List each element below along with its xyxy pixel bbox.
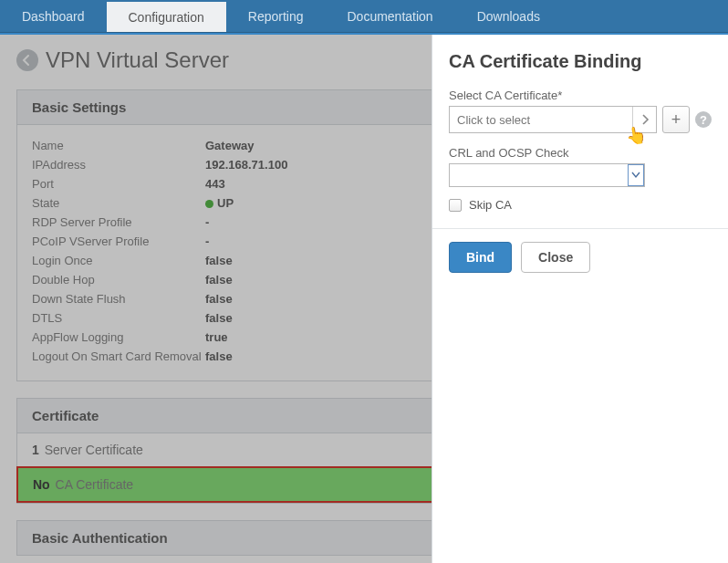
value-ip: 192.168.71.100	[205, 158, 287, 172]
bind-button[interactable]: Bind	[449, 242, 512, 273]
close-button[interactable]: Close	[521, 242, 590, 273]
label-doublehop: Double Hop	[32, 273, 205, 287]
tab-dashboard[interactable]: Dashboard	[0, 0, 107, 32]
value-state: UP	[205, 196, 234, 210]
value-name: Gateway	[205, 139, 254, 152]
crl-label: CRL and OCSP Check	[449, 146, 712, 160]
top-nav: Dashboard Configuration Reporting Docume…	[0, 0, 728, 33]
status-up-icon	[205, 200, 213, 208]
back-icon[interactable]	[16, 49, 38, 71]
label-port: Port	[32, 177, 205, 191]
value-pcoip: -	[205, 235, 209, 248]
divider	[432, 228, 728, 229]
select-ca-certificate[interactable]: Click to select	[449, 106, 657, 133]
value-appflow: true	[205, 330, 228, 344]
label-appflow: AppFlow Logging	[32, 330, 205, 344]
help-icon[interactable]: ?	[695, 111, 712, 128]
label-logoutsc: Logout On Smart Card Removal	[32, 349, 205, 363]
value-downstate: false	[205, 292, 233, 306]
label-rdp: RDP Server Profile	[32, 215, 205, 229]
chevron-down-icon[interactable]	[628, 164, 644, 186]
label-state: State	[32, 196, 205, 210]
page-title: VPN Virtual Server	[46, 47, 229, 73]
skip-ca-checkbox[interactable]	[449, 199, 462, 212]
value-dtls: false	[205, 311, 233, 325]
value-logoutsc: false	[205, 349, 233, 363]
value-loginonce: false	[205, 254, 233, 267]
select-ca-placeholder: Click to select	[450, 113, 632, 127]
skip-ca-label: Skip CA	[469, 198, 512, 212]
label-dtls: DTLS	[32, 311, 205, 325]
tab-reporting[interactable]: Reporting	[226, 0, 326, 32]
crl-ocsp-select[interactable]	[449, 163, 645, 187]
value-port: 443	[205, 177, 225, 191]
label-ip: IPAddress	[32, 158, 205, 172]
tab-documentation[interactable]: Documentation	[325, 0, 454, 32]
flyout-title: CA Certificate Binding	[449, 51, 712, 72]
tab-configuration[interactable]: Configuration	[107, 0, 226, 32]
label-pcoip: PCoIP VServer Profile	[32, 235, 205, 248]
add-ca-button[interactable]: +	[662, 106, 690, 133]
value-doublehop: false	[205, 273, 233, 287]
label-name: Name	[32, 139, 205, 152]
ca-binding-flyout: CA Certificate Binding Select CA Certifi…	[432, 35, 728, 563]
label-downstate: Down State Flush	[32, 292, 205, 306]
value-rdp: -	[205, 215, 209, 229]
select-ca-label: Select CA Certificate*	[449, 89, 712, 102]
tab-downloads[interactable]: Downloads	[455, 0, 562, 32]
chevron-right-icon[interactable]	[632, 107, 656, 132]
label-loginonce: Login Once	[32, 254, 205, 267]
